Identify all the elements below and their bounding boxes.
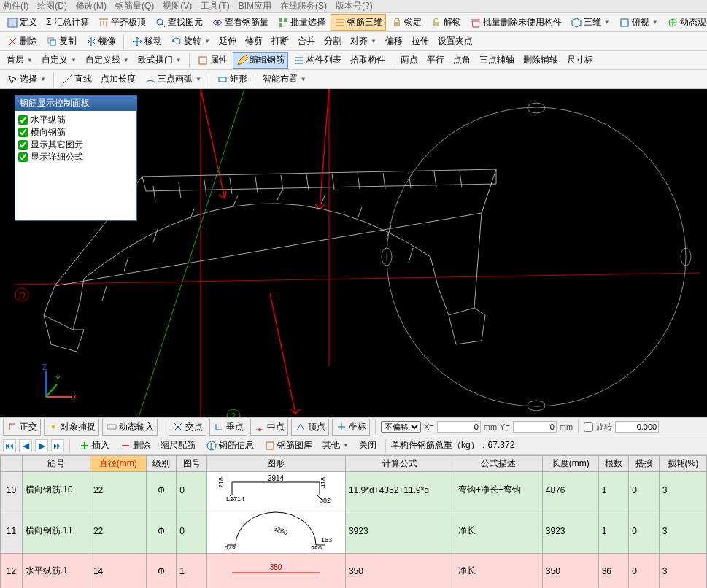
col-shape[interactable]: 图形 — [206, 456, 345, 472]
custom-line-dropdown[interactable]: 自定义线▼ — [82, 52, 133, 69]
col-formula-desc[interactable]: 公式描述 — [455, 456, 543, 472]
menu-bim[interactable]: BIM应用 — [239, 0, 271, 12]
top-view-button[interactable]: 俯视▼ — [615, 14, 662, 31]
col-shape-id[interactable]: 图号 — [177, 456, 207, 472]
rebar-table[interactable]: 筋号 直径(mm) 级别 图号 图形 计算公式 公式描述 长度(mm) 根数 搭… — [0, 455, 707, 588]
snap-midpoint[interactable]: 中点 — [250, 419, 288, 436]
snap-apex[interactable]: 顶点 — [291, 419, 329, 436]
two-point-button[interactable]: 两点 — [397, 52, 422, 69]
delete-row-button[interactable]: 删除 — [116, 437, 154, 454]
trim-button[interactable]: 修剪 — [242, 33, 266, 50]
dimension-button[interactable]: 尺寸标 — [563, 52, 597, 69]
sum-button[interactable]: Σ 汇总计算 — [42, 14, 93, 31]
col-formula[interactable]: 计算公式 — [345, 456, 455, 472]
delete-button[interactable]: 删除 — [3, 33, 41, 50]
move-button[interactable]: 移动 — [128, 33, 166, 50]
three-point-aux-button[interactable]: 三点辅轴 — [476, 52, 518, 69]
ortho-toggle[interactable]: 正交 — [3, 419, 41, 436]
dynamic-input-toggle[interactable]: 动态输入 — [102, 419, 158, 436]
y-input[interactable] — [513, 421, 557, 433]
nav-next[interactable]: ▶ — [35, 439, 48, 452]
menu-edit[interactable]: 修改(M) — [76, 0, 107, 12]
rebar-info-button[interactable]: i钢筋信息 — [202, 437, 258, 454]
col-diameter[interactable]: 直径(mm) — [90, 456, 146, 472]
dynamic-view-button[interactable]: 动态观察 — [663, 14, 707, 31]
menu-version[interactable]: 版本号(?) — [336, 0, 373, 12]
col-length[interactable]: 长度(mm) — [542, 456, 598, 472]
define-button[interactable]: 定义 — [3, 14, 41, 31]
snap-coord[interactable]: 坐标 — [332, 419, 370, 436]
viewport-3d[interactable]: D 2 Z x Y 钢筋显示控制面板 — [0, 89, 707, 417]
parallel-button[interactable]: 平行 — [423, 52, 448, 69]
extend-button[interactable]: 延伸 — [215, 33, 240, 50]
rebar-3d-button[interactable]: 钢筋三维 — [331, 14, 386, 31]
col-loss[interactable]: 损耗(%) — [659, 456, 706, 472]
rotate-input[interactable] — [615, 421, 659, 433]
batch-delete-button[interactable]: 批量删除未使用构件 — [466, 14, 565, 31]
edit-rebar-button[interactable]: 编辑钢筋 — [233, 52, 288, 69]
menu-component[interactable]: 构件(I) — [3, 0, 28, 12]
align-button[interactable]: 对齐▼ — [347, 33, 380, 50]
osnap-toggle[interactable]: 对象捕捉 — [44, 419, 99, 436]
attribute-button[interactable]: 属性 — [193, 52, 231, 69]
set-grip-button[interactable]: 设置夹点 — [434, 33, 476, 50]
unlock-button[interactable]: 解锁 — [427, 14, 465, 31]
floor-dropdown[interactable]: 首层▼ — [3, 52, 36, 69]
custom-dropdown[interactable]: 自定义▼ — [38, 52, 80, 69]
smart-arrange-button[interactable]: 智能布置▼ — [259, 71, 310, 88]
component-list-button[interactable]: 构件列表 — [290, 52, 345, 69]
3d-view-button[interactable]: 三维▼ — [567, 14, 614, 31]
rotate-button[interactable]: 旋转▼ — [167, 33, 214, 50]
rect-button[interactable]: 矩形 — [213, 71, 251, 88]
table-row[interactable]: 10横向钢筋.1022Φ0 2914 218 L2714 418 38211.9… — [1, 472, 707, 508]
menu-online[interactable]: 在线服务(S) — [280, 0, 327, 12]
nav-first[interactable]: ⏮ — [3, 439, 16, 452]
check-horiz-longit[interactable]: 水平纵筋 — [18, 114, 134, 126]
view-rebar-qty-button[interactable]: 查看钢筋量 — [208, 14, 272, 31]
batch-select-button[interactable]: 批量选择 — [274, 14, 329, 31]
col-grade[interactable]: 级别 — [146, 456, 177, 472]
align-top-button[interactable]: 平齐板顶 — [94, 14, 150, 31]
select-button[interactable]: 选择▼ — [3, 71, 50, 88]
point-length-button[interactable]: 点加长度 — [97, 71, 139, 88]
other-dropdown[interactable]: 其他▼ — [319, 437, 352, 454]
rebar-display-panel[interactable]: 钢筋显示控制面板 水平纵筋 横向钢筋 显示其它图元 显示详细公式 — [15, 95, 137, 221]
scale-rebar-button[interactable]: 缩尺配筋 — [157, 437, 199, 454]
rebar-library-button[interactable]: 钢筋图库 — [260, 437, 316, 454]
close-button[interactable]: 关闭 — [355, 437, 380, 454]
menu-tools[interactable]: 工具(T) — [201, 0, 229, 12]
x-input[interactable] — [437, 421, 481, 433]
three-point-arc-button[interactable]: 三点画弧▼ — [141, 71, 205, 88]
copy-button[interactable]: 复制 — [42, 33, 80, 50]
check-detail-formula[interactable]: 显示详细公式 — [18, 151, 134, 163]
rotate-check[interactable] — [584, 422, 593, 432]
menu-rebar[interactable]: 钢筋量(Q) — [115, 0, 154, 12]
col-splice[interactable]: 搭接 — [629, 456, 660, 472]
point-angle-button[interactable]: 点角 — [449, 52, 474, 69]
check-transverse[interactable]: 横向钢筋 — [18, 126, 134, 139]
menu-view[interactable]: 视图(V) — [163, 0, 192, 12]
insert-row-button[interactable]: 插入 — [75, 437, 113, 454]
fillet-button[interactable]: 合并 — [294, 33, 319, 50]
offset-button[interactable]: 偏移 — [382, 33, 406, 50]
find-element-button[interactable]: 查找图元 — [151, 14, 206, 31]
col-count[interactable]: 根数 — [598, 456, 629, 472]
lock-button[interactable]: 锁定 — [387, 14, 425, 31]
nav-prev[interactable]: ◀ — [19, 439, 32, 452]
mirror-button[interactable]: 镜像 — [82, 33, 120, 50]
pick-component-button[interactable]: 拾取构件 — [347, 52, 389, 69]
nav-last[interactable]: ⏭ — [51, 439, 64, 452]
split-button[interactable]: 分割 — [320, 33, 345, 50]
snap-intersection[interactable]: 交点 — [169, 419, 206, 436]
delete-aux-button[interactable]: 删除辅轴 — [519, 52, 562, 69]
col-rebar-id[interactable]: 筋号 — [23, 456, 90, 472]
stretch-button[interactable]: 拉伸 — [408, 33, 433, 50]
break-button[interactable]: 打断 — [268, 33, 293, 50]
arch-dropdown[interactable]: 欧式拱门▼ — [134, 52, 185, 69]
table-row[interactable]: 12水平纵筋.114Φ1 350350净长3503603 — [1, 554, 707, 589]
offset-mode-select[interactable]: 不偏移 — [381, 421, 421, 433]
check-other-elem[interactable]: 显示其它图元 — [18, 139, 134, 151]
snap-perpendicular[interactable]: 垂点 — [209, 419, 247, 436]
menu-draw[interactable]: 绘图(D) — [37, 0, 67, 12]
draw-line-button[interactable]: 直线 — [58, 71, 96, 88]
